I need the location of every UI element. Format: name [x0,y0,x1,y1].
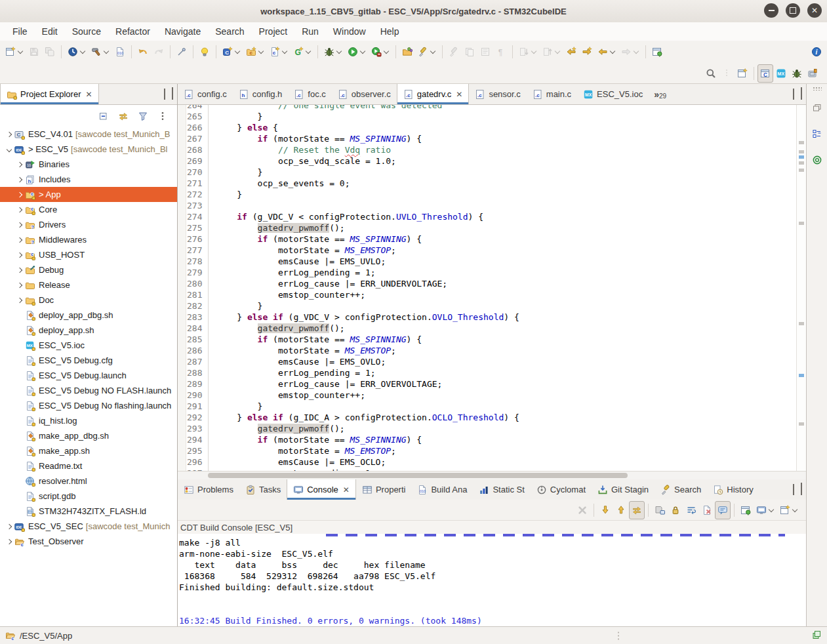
open-console-button[interactable] [777,501,801,519]
overview-ruler-mark[interactable] [799,169,804,172]
close-button[interactable]: ✕ [807,3,822,18]
code-line[interactable]: 289errLog_cause |= ERR_OVERVOLTAGE; [178,378,797,390]
last-edit-location-button[interactable] [563,43,579,61]
code-editor[interactable]: 264// one single event was detected265}2… [178,105,806,471]
new-wizard-dropdown-icon[interactable] [18,49,24,54]
run-configurations-dropdown-icon[interactable] [384,49,390,54]
build-dropdown-icon[interactable] [104,49,110,54]
code-line[interactable]: 269ocp_se_vdq_scale = 1.0; [178,155,797,167]
code-line[interactable]: 283} else if (g_VDC_V > configProtection… [178,312,797,323]
tab-close-icon[interactable]: ✕ [85,90,92,99]
outline-view-button[interactable] [809,125,825,143]
menu-file[interactable]: File [5,22,35,41]
open-element-button[interactable] [174,43,190,61]
search-button[interactable] [703,64,719,83]
build-targets-view-button[interactable] [809,151,825,169]
overview-ruler-mark[interactable] [799,155,804,159]
code-line[interactable]: 278emsCause |= EMS_UVLO; [178,256,797,267]
tree-item-drivers[interactable]: ?Drivers [0,217,177,232]
code-line[interactable]: 275gatedrv_pwmoff(); [178,222,797,233]
tree-item-esc-v5-debug-launch[interactable]: ESC_V5 Debug.launch [0,368,177,383]
code-line[interactable]: 279errLog_pending = 1; [178,267,797,278]
open-console-dropdown-icon[interactable] [792,507,798,513]
tree-chevron[interactable] [4,148,14,151]
bottom-tab-build-ana[interactable]: 010Build Ana [411,479,473,500]
tree-item-resolver-html[interactable]: resolver.html [0,473,177,489]
restore-view-button[interactable] [809,98,825,117]
bottom-tab-history[interactable]: History [707,479,759,500]
code-line[interactable]: 280errLog_cause |= ERR_UNDERVOLTAGE; [178,278,797,289]
code-line[interactable]: 282} [178,300,797,312]
code-line[interactable]: 292} else if (g_IDC_A > configProtection… [178,412,797,423]
previous-console-button[interactable] [613,501,629,519]
menu-refactor[interactable]: Refactor [108,22,157,41]
tree-item-debug[interactable]: Debug [0,262,177,277]
next-annotation-dropdown-icon[interactable] [531,49,537,54]
code-line[interactable]: 286motorState = MS_EMSTOP; [178,345,797,356]
tree-item-usb-host[interactable]: cUSB_HOST [0,247,177,262]
overview-ruler-mark[interactable] [799,222,804,225]
view-menu-button[interactable] [155,107,171,125]
tree-item-make-app-dbg-sh[interactable]: make_app_dbg.sh [0,428,177,443]
tree-item-release[interactable]: Release [0,277,177,292]
maximize-view-button[interactable] [801,485,802,494]
bottom-tab-git-stagin[interactable]: Git Stagin [592,479,655,500]
code-line[interactable]: 267if (motorState == MS_SPINNING) { [178,133,797,144]
link-with-build-button[interactable] [629,501,645,519]
minimize-view-button[interactable] [793,89,794,99]
overview-ruler-mark[interactable] [799,322,804,325]
menu-search[interactable]: Search [208,22,251,41]
new-c-project-button[interactable]: C [220,43,243,61]
build-button[interactable] [89,43,112,61]
menu-help[interactable]: Help [373,22,407,41]
tree-chevron[interactable] [14,253,25,257]
code-line[interactable]: 295motorState = MS_EMSTOP; [178,445,797,456]
overview-ruler-mark[interactable] [799,374,804,377]
new-class-button[interactable]: G [291,43,314,61]
run-button[interactable] [345,43,369,61]
run-configurations-button[interactable] [369,43,392,61]
import-projects-button[interactable] [399,43,415,61]
next-edit-location-button[interactable] [579,43,595,61]
code-line[interactable]: 287emsCause |= EMS_OVLO; [178,356,797,367]
collapse-all-button[interactable] [96,107,111,125]
new-class-dropdown-icon[interactable] [306,49,312,54]
code-line[interactable]: 285if (motorState == MS_SPINNING) { [178,334,797,345]
tree-item-esc-v5[interactable]: IDE> ESC_V5[sawcode test_Munich_Bl [0,142,177,157]
code-line[interactable]: 273 [178,200,797,211]
tree-item-binaries[interactable]: 10Binaries [0,157,177,172]
status-sync-button[interactable] [811,630,822,642]
perspective-debug-button[interactable] [789,64,805,83]
perspective-cubemx-button[interactable]: MX [773,64,789,83]
code-line[interactable]: 293gatedrv_pwmoff(); [178,423,797,434]
menu-run[interactable]: Run [294,22,326,41]
link-with-editor-button[interactable] [115,107,131,125]
previous-annotation-dropdown-icon[interactable] [555,49,561,54]
tree-item-make-app-sh[interactable]: make_app.sh [0,443,177,458]
code-line[interactable]: 266} else { [178,122,797,133]
bottom-tab-static-st[interactable]: Static St [473,479,530,500]
quick-fix-button[interactable] [197,43,212,61]
target-status-button[interactable] [65,43,89,61]
tree-chevron[interactable] [14,208,25,212]
editor-tab-main-c[interactable]: .cmain.c [527,84,577,104]
tree-chevron[interactable] [14,268,25,272]
tree-item-doc[interactable]: Doc [0,292,177,308]
new-source-folder-dropdown-icon[interactable] [258,49,264,54]
code-line[interactable]: 265} [178,111,797,122]
menu-navigate[interactable]: Navigate [157,22,208,41]
pin-console-button[interactable] [738,501,754,519]
tree-item-core[interactable]: cCore [0,202,177,217]
tree-item-app[interactable]: c> App [0,187,177,202]
new-wizard-button[interactable] [3,43,26,61]
bottom-tab-problems[interactable]: Problems [178,479,239,500]
tab-close-icon[interactable]: ✕ [343,485,350,494]
overview-ruler-mark[interactable] [799,161,804,165]
overview-ruler-mark[interactable] [799,422,804,426]
code-line[interactable]: 291} [178,401,797,412]
tree-chevron[interactable] [4,525,14,529]
word-wrap-button[interactable] [683,501,699,519]
run-dropdown-icon[interactable] [360,49,366,54]
maximize-view-button[interactable] [801,89,802,99]
tab-close-icon[interactable]: ✕ [456,90,462,99]
